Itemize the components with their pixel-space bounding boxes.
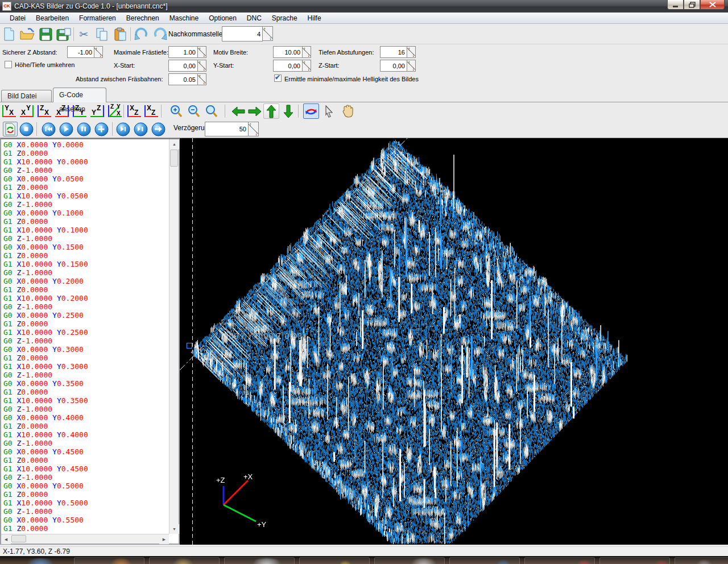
menu-item-bearbeiten[interactable]: Bearbeiten [31, 13, 74, 23]
save-button[interactable] [38, 26, 53, 42]
menu-item-sprache[interactable]: Sprache [267, 13, 303, 23]
taskbar-button[interactable] [299, 557, 370, 564]
path-distance-input[interactable] [168, 73, 198, 85]
generate-icon [5, 123, 16, 135]
rotate-view-button[interactable] [303, 103, 319, 119]
pan-up-button[interactable] [263, 103, 279, 119]
z-start-input[interactable] [380, 60, 407, 72]
pan-left-button[interactable] [230, 103, 246, 119]
safe-z-spinner[interactable]: ↑↓ [94, 46, 103, 58]
stop-button[interactable] [19, 122, 34, 136]
view-preset-button-6[interactable]: YZ [89, 103, 105, 119]
scroll-down-icon[interactable]: ▼ [169, 524, 179, 534]
step-forward-icon [151, 122, 166, 136]
open-file-button[interactable] [19, 26, 35, 42]
delay-spinner[interactable]: ↑ ↓ [248, 122, 259, 136]
cut-button[interactable]: ✂ [76, 26, 92, 42]
zoom-out-button[interactable] [186, 103, 202, 119]
view-preset-button-7[interactable]: ZYX [107, 103, 123, 119]
decimal-places-spinner[interactable]: ↑ ↓ [262, 26, 273, 41]
safe-z-input[interactable] [67, 46, 94, 58]
menu-item-berechnen[interactable]: Berechnen [121, 13, 164, 23]
path-distance-spinner[interactable]: ↑↓ [197, 73, 206, 85]
rewind-button[interactable] [41, 122, 56, 136]
scroll-left-icon[interactable]: ◀ [1, 534, 11, 544]
play-pause-button[interactable] [133, 122, 148, 136]
stop-icon [19, 122, 34, 136]
x-start-spinner[interactable]: ↑↓ [197, 60, 206, 72]
y-start-spinner[interactable]: ↑↓ [302, 60, 311, 72]
view-toolbar: YXXYZXXZZYYZZYXXZXZ [0, 102, 728, 120]
tab-view-gcode[interactable]: G-Code ansehen [53, 88, 106, 102]
redo-button[interactable] [152, 26, 168, 42]
restore-button[interactable] [684, 0, 700, 10]
gcode-3d-viewport[interactable]: X 0.00 / Y 0.00 Z 0.00 +Z +X +Y [180, 138, 728, 545]
menu-item-optionen[interactable]: Optionen [204, 13, 242, 23]
zoom-in-button[interactable] [168, 103, 184, 119]
depth-steps-input[interactable] [380, 46, 407, 58]
plus-button[interactable] [94, 122, 109, 136]
zoom-button[interactable] [204, 103, 220, 119]
menu-item-datei[interactable]: Datei [5, 13, 31, 23]
gcode-listing[interactable]: G0 X0.0000 Y0.0000G1 Z0.0000G1 X10.0000 … [3, 140, 167, 534]
gcode-vertical-scrollbar[interactable]: ▲ ▼ [169, 139, 179, 534]
z-start-spinner[interactable]: ↑↓ [407, 60, 416, 72]
taskbar-icon[interactable] [23, 558, 58, 564]
max-depth-spinner[interactable]: ↑↓ [197, 46, 206, 58]
play-button[interactable] [59, 122, 73, 136]
max-depth-input[interactable] [168, 46, 198, 58]
gcode-line: G1 Z0.0000 [3, 354, 167, 362]
tab-open-image[interactable]: Bild Datei öffnen [1, 90, 52, 102]
copy-icon [96, 27, 108, 41]
paste-button[interactable] [112, 26, 128, 42]
pan-down-button[interactable] [280, 103, 296, 119]
delay-input[interactable] [205, 122, 249, 136]
pan-hand-button[interactable] [340, 103, 355, 119]
windows-taskbar[interactable] [0, 556, 728, 564]
decimal-places-input[interactable] [222, 26, 263, 42]
scrollbar-thumb[interactable] [11, 535, 26, 542]
spinner-up-icon[interactable]: ↑ [263, 26, 266, 32]
depth-steps-spinner[interactable]: ↑↓ [407, 46, 416, 58]
gcode-panel: G0 X0.0000 Y0.0000G1 Z0.0000G1 X10.0000 … [0, 138, 180, 545]
axis-letter: Z [151, 109, 155, 117]
spinner-down-icon[interactable]: ↓ [270, 35, 272, 41]
spinner-down-icon[interactable]: ↓ [255, 131, 258, 136]
new-file-button[interactable] [1, 26, 17, 42]
y-start-input[interactable] [273, 60, 303, 72]
view-preset-button-2[interactable]: XY [18, 103, 35, 119]
menu-item-maschine[interactable]: Maschine [164, 13, 204, 23]
close-button[interactable] [700, 0, 725, 10]
scrollbar-thumb[interactable] [170, 150, 178, 167]
auto-brightness-checkbox[interactable]: ✔ [274, 74, 282, 82]
scroll-up-icon[interactable]: ▲ [169, 139, 179, 149]
minimize-button[interactable] [667, 0, 684, 10]
save-as-button[interactable] [56, 26, 72, 42]
view-preset-button-3[interactable]: ZX [36, 103, 53, 119]
view-preset-button-9[interactable]: XZ [143, 103, 160, 119]
view-preset-button-8[interactable]: XZ [126, 103, 143, 119]
gcode-horizontal-scrollbar[interactable]: ◀ ▶ [1, 534, 169, 544]
scroll-right-icon[interactable]: ▶ [159, 534, 169, 544]
view-preset-button-1[interactable]: YX [1, 103, 18, 119]
axis-letter: X [117, 110, 121, 117]
skip-button[interactable] [115, 122, 130, 136]
pause-button[interactable] [76, 122, 91, 136]
undo-button[interactable] [134, 26, 150, 42]
invert-checkbox[interactable] [5, 61, 12, 68]
menu-item-hilfe[interactable]: Hilfe [303, 13, 326, 23]
spinner-up-icon[interactable]: ↑ [249, 122, 252, 127]
menu-item-dnc[interactable]: DNC [242, 13, 267, 23]
motif-width-spinner[interactable]: ↑↓ [302, 46, 311, 58]
motif-width-input[interactable] [273, 46, 303, 58]
x-start-input[interactable] [168, 60, 198, 72]
generate-gcode-button[interactable] [3, 122, 18, 136]
copy-button[interactable] [94, 26, 110, 42]
pan-right-button[interactable] [247, 103, 263, 119]
title-bar[interactable]: CK CAD-KAS Bilder zu G-Code 1.0 - [unben… [0, 0, 728, 13]
menu-item-formatieren[interactable]: Formatieren [74, 13, 121, 23]
select-cursor-button[interactable] [321, 103, 337, 119]
step-forward-button[interactable] [151, 122, 166, 136]
depth-steps-label: Tiefen Abstufungen: [318, 49, 374, 56]
gcode-line: G1 Z0.0000 [3, 320, 167, 328]
